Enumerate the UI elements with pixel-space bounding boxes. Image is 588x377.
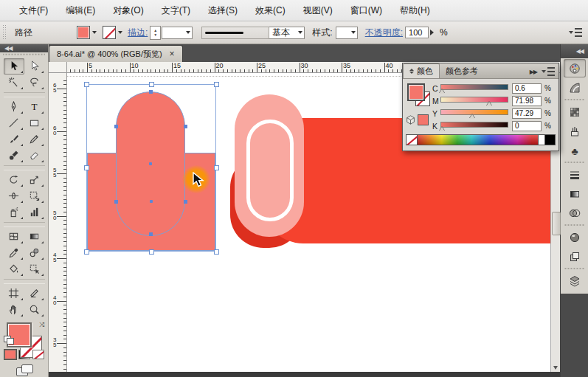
fill-color-dropdown[interactable]	[77, 26, 97, 39]
anchor-point[interactable]	[149, 90, 153, 94]
hand-tool[interactable]	[4, 302, 24, 318]
zoom-tool[interactable]	[24, 302, 45, 318]
anchor-point[interactable]	[184, 200, 187, 204]
scale-tool[interactable]	[24, 172, 45, 188]
slider-track-k[interactable]	[440, 122, 508, 128]
menu-item[interactable]: 窗口(W)	[342, 0, 391, 21]
swatches-panel-icon[interactable]	[564, 103, 586, 121]
scrollbar-thumb[interactable]	[552, 212, 561, 235]
blob-brush-tool[interactable]	[4, 148, 24, 164]
panel-fill-proxy-swatch[interactable]	[407, 83, 425, 101]
menu-item[interactable]: 文件(F)	[10, 0, 57, 21]
gradient-tool[interactable]	[24, 229, 45, 245]
fill-stroke-proxy[interactable]: ⤨	[2, 321, 46, 345]
selection-handle[interactable]	[214, 82, 219, 87]
menu-item[interactable]: 帮助(H)	[391, 0, 439, 21]
slider-track-c[interactable]	[440, 84, 508, 90]
slider-value-c[interactable]: 0.6	[512, 83, 542, 94]
color-panel-icon[interactable]	[564, 59, 586, 77]
slider-value-y[interactable]: 47.29	[512, 108, 542, 119]
stroke-color-dropdown[interactable]	[103, 26, 122, 39]
opacity-link[interactable]: 不透明度:	[365, 27, 403, 39]
layers-panel-icon[interactable]	[564, 271, 586, 290]
direct-selection-tool[interactable]	[24, 58, 45, 75]
panel-expand-icon[interactable]	[409, 69, 414, 74]
transparency-panel-icon[interactable]	[564, 204, 586, 222]
eraser-tool[interactable]	[24, 148, 45, 164]
selection-handle[interactable]	[149, 249, 154, 255]
lasso-tool[interactable]	[24, 75, 45, 91]
stroke-color-swatch[interactable]	[103, 26, 116, 39]
eyedropper-tool[interactable]	[4, 245, 24, 261]
drawing-modes-button[interactable]	[16, 364, 32, 371]
selection-handle[interactable]	[149, 82, 154, 87]
anchor-point[interactable]	[114, 125, 118, 128]
spectrum-white-swatch[interactable]	[538, 135, 544, 145]
graphic-styles-panel-icon[interactable]	[564, 247, 586, 266]
color-panel-menu-icon[interactable]	[542, 67, 555, 76]
swap-fill-stroke-icon[interactable]: ⤨	[39, 321, 44, 329]
color-spectrum-bar[interactable]	[406, 134, 556, 145]
menu-item[interactable]: 视图(V)	[294, 0, 342, 21]
rectangle-tool[interactable]	[24, 115, 45, 131]
menu-item[interactable]: 对象(O)	[104, 0, 152, 21]
gradient-panel-icon[interactable]	[564, 184, 586, 203]
stroke-panel-icon[interactable]	[564, 165, 586, 184]
default-fill-stroke-icon[interactable]	[4, 336, 13, 344]
mesh-tool[interactable]	[4, 229, 24, 245]
live-paint-selection-tool[interactable]	[24, 261, 45, 277]
spectrum-rainbow[interactable]	[418, 135, 538, 145]
menu-item[interactable]: 效果(C)	[246, 0, 294, 21]
anchor-point[interactable]	[114, 200, 118, 204]
symbol-sprayer-tool[interactable]	[4, 204, 24, 221]
line-segment-tool[interactable]	[4, 115, 24, 131]
menu-item[interactable]: 选择(S)	[199, 0, 246, 21]
slice-tool[interactable]	[24, 286, 45, 302]
close-tab-icon[interactable]: ×	[170, 49, 175, 59]
slider-value-m[interactable]: 71.98	[512, 96, 542, 106]
type-tool[interactable]: T	[24, 99, 45, 115]
color-mode-button[interactable]	[4, 350, 16, 359]
menu-item[interactable]: 编辑(E)	[57, 0, 104, 21]
fill-color-swatch[interactable]	[77, 26, 90, 39]
stroke-link[interactable]: 描边:	[128, 27, 148, 39]
stroke-weight-combo[interactable]	[162, 27, 193, 39]
tab-color[interactable]: 颜色	[403, 63, 440, 78]
tab-color-guide[interactable]: 颜色参考	[440, 64, 484, 78]
vertical-ruler[interactable]: 6 56 05 55 04 54 03 5	[49, 73, 67, 372]
paintbrush-tool[interactable]	[4, 131, 24, 148]
control-panel-menu-icon[interactable]	[569, 28, 582, 37]
column-graph-tool[interactable]	[24, 204, 45, 221]
variable-width-profile-combo[interactable]	[201, 27, 269, 39]
web-safe-color-swatch[interactable]	[418, 114, 429, 125]
menu-item[interactable]: 文字(T)	[153, 0, 199, 21]
selection-handle[interactable]	[84, 249, 89, 255]
selection-handle[interactable]	[84, 165, 89, 170]
none-mode-button[interactable]	[32, 350, 44, 359]
magic-wand-tool[interactable]	[4, 75, 24, 91]
slider-thumb[interactable]	[486, 102, 492, 106]
anchor-point[interactable]	[184, 125, 187, 128]
pencil-tool[interactable]	[24, 131, 45, 148]
color-guide-panel-icon[interactable]	[564, 78, 586, 97]
appearance-panel-icon[interactable]	[564, 228, 586, 246]
document-tab[interactable]: 8-64.ai* @ 400% (RGB/预览) ×	[49, 45, 183, 62]
panel-grip[interactable]	[3, 53, 45, 56]
stroke-weight-stepper[interactable]: ▲▼	[150, 26, 161, 40]
panel-collapse-icon[interactable]: ▶▶	[530, 69, 537, 75]
anchor-point[interactable]	[149, 232, 153, 236]
style-combo[interactable]	[336, 27, 358, 39]
dock-collapse-button[interactable]: ◀◀	[561, 44, 588, 58]
brush-definition-combo[interactable]: 基本	[269, 27, 305, 39]
symbols-panel-icon[interactable]: ♣	[564, 141, 586, 159]
selection-handle[interactable]	[214, 249, 219, 255]
selection-tool[interactable]	[4, 58, 24, 75]
blend-tool[interactable]	[24, 245, 45, 261]
slider-track-m[interactable]	[440, 97, 508, 103]
artboard-tool[interactable]	[4, 286, 24, 302]
shape-white-rounded-outline[interactable]	[246, 120, 294, 221]
tools-collapse-button[interactable]: ◀◀	[0, 44, 48, 52]
selection-handle[interactable]	[84, 82, 89, 87]
selection-handle[interactable]	[214, 165, 219, 170]
pen-tool[interactable]	[4, 99, 24, 115]
